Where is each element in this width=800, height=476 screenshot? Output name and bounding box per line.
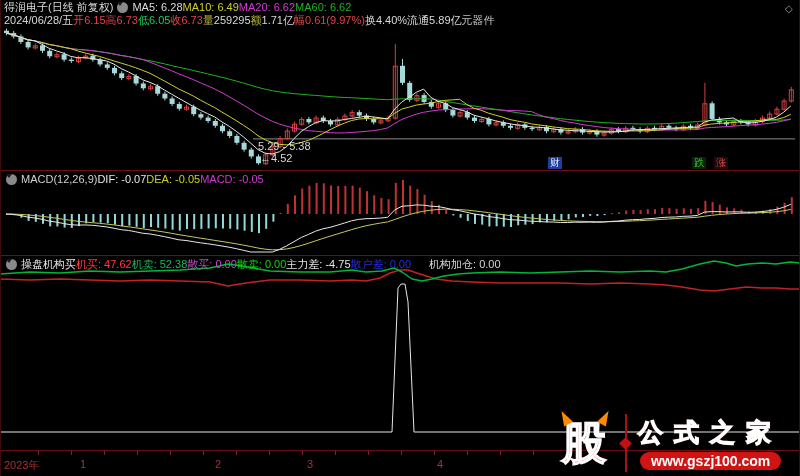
- gszj-logo: 股 公式之家 www.gszj100.com: [552, 410, 798, 476]
- axis-tick: [203, 451, 204, 455]
- axis-tick: [335, 451, 336, 455]
- axis-label: 2: [215, 458, 221, 470]
- chart-tool-badge[interactable]: 跌: [692, 157, 706, 169]
- text-token: 流通5.89亿: [407, 14, 461, 27]
- axis-tick: [38, 451, 39, 455]
- axis-tick: [104, 451, 105, 455]
- text-token: 低6.05: [138, 14, 170, 27]
- chart-tool-badge[interactable]: 财: [548, 157, 562, 169]
- text-token: 开6.15: [73, 14, 105, 27]
- axis-tick: [368, 451, 369, 455]
- text-token: 散卖: 0.00: [237, 258, 287, 271]
- axis-label: 1: [80, 458, 86, 470]
- axis-tick: [401, 451, 402, 455]
- text-token: 散买: 0.00: [187, 258, 237, 271]
- collapse-pane-icon[interactable]: [117, 2, 128, 13]
- low-annotation: ←4.52: [260, 152, 292, 164]
- text-token: 幅0.61(9.97%): [294, 14, 365, 27]
- left-frame-border: [0, 0, 1, 476]
- axis-tick: [269, 451, 270, 455]
- stock-title: 得润电子(日线 前复权): [4, 1, 113, 14]
- chart-tool-badge[interactable]: 涨: [714, 157, 728, 169]
- axis-tick: [434, 451, 435, 455]
- text-token: MACD: -0.05: [200, 173, 264, 186]
- expand-diamond-icon[interactable]: ◇: [785, 3, 793, 14]
- indicator-values-row: 操盘机构买 机买: 47.62 机卖: 52.38 散买: 0.00 散卖: 0…: [21, 258, 501, 271]
- text-token: 散户差: 0.00: [351, 258, 412, 271]
- gap-annotation: 5.29 - 5.38: [258, 140, 311, 152]
- macd-header: MACD(12,26,9) DIF: -0.07 DEA: -0.05 MACD…: [4, 173, 264, 186]
- collapse-pane-icon[interactable]: [6, 259, 17, 270]
- text-token: 机买: 47.62: [76, 258, 132, 271]
- axis-label: 3: [307, 458, 313, 470]
- text-token: MACD(12,26,9): [21, 173, 97, 186]
- text-token: MA60: 6.62: [295, 1, 351, 14]
- pane-separator: [0, 255, 800, 256]
- text-token: 换4.40%: [365, 14, 407, 27]
- text-token: DIF: -0.07: [97, 173, 146, 186]
- text-token: 量: [203, 14, 214, 27]
- axis-tick: [137, 451, 138, 455]
- quote-info-tokens: 2024/06/28/五 开6.15 高6.73 低6.05 收6.73 量25…: [4, 14, 495, 27]
- text-token: 主力差: -4.75: [286, 258, 350, 271]
- logo-diamond-icon: [619, 437, 632, 450]
- text-token: 操盘机构买: [21, 258, 76, 271]
- text-token: 2024/06/28/五: [4, 14, 73, 27]
- text-token: 1.71亿: [262, 14, 294, 27]
- axis-tick: [302, 451, 303, 455]
- text-token: 收6.73: [170, 14, 202, 27]
- text-token: 机卖: 52.38: [132, 258, 188, 271]
- axis-tick: [533, 451, 534, 455]
- logo-stock-character: 股: [562, 418, 606, 468]
- text-token: MA5: 6.28: [132, 1, 182, 14]
- main-chart-header: 得润电子(日线 前复权) MA5: 6.28 MA10: 6.49 MA20: …: [4, 1, 351, 14]
- text-token: 机构加仓: 0.00: [429, 258, 501, 271]
- text-token: 额: [251, 14, 262, 27]
- text-token: 259295: [214, 14, 251, 27]
- text-token: MA20: 6.62: [239, 1, 295, 14]
- macd-values-row: MACD(12,26,9) DIF: -0.07 DEA: -0.05 MACD…: [21, 173, 264, 186]
- text-token: MA10: 6.49: [183, 1, 239, 14]
- axis-label: 2023年: [4, 458, 39, 473]
- axis-tick: [500, 451, 501, 455]
- ma-values-row: MA5: 6.28 MA10: 6.49 MA20: 6.62 MA60: 6.…: [132, 1, 351, 14]
- indicator-header: 操盘机构买 机买: 47.62 机卖: 52.38 散买: 0.00 散卖: 0…: [4, 258, 501, 271]
- logo-site-name: 公式之家: [638, 416, 782, 449]
- axis-label: 4: [437, 458, 443, 470]
- quote-info-row: 2024/06/28/五 开6.15 高6.73 低6.05 收6.73 量25…: [4, 14, 495, 27]
- axis-tick: [170, 451, 171, 455]
- axis-tick: [467, 451, 468, 455]
- stock-app-window: 得润电子(日线 前复权) MA5: 6.28 MA10: 6.49 MA20: …: [0, 0, 800, 476]
- text-token: 元器件: [462, 14, 495, 27]
- axis-tick: [71, 451, 72, 455]
- pane-separator: [0, 170, 800, 171]
- chart-canvas: [0, 0, 800, 476]
- text-token: 高6.73: [106, 14, 138, 27]
- collapse-pane-icon[interactable]: [6, 174, 17, 185]
- logo-site-url: www.gszj100.com: [640, 452, 781, 470]
- text-token: DEA: -0.05: [146, 173, 200, 186]
- axis-tick: [236, 451, 237, 455]
